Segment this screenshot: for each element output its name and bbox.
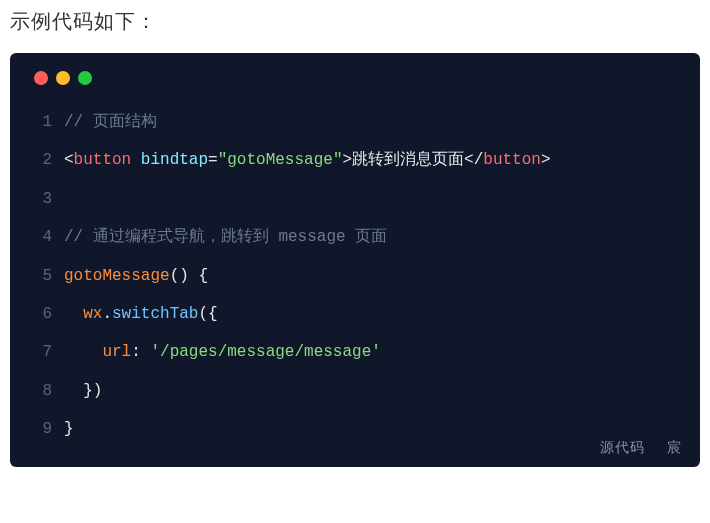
window-controls [10,53,700,95]
code-token: button [483,151,541,169]
code-token: url [102,343,131,361]
code-token: // 通过编程式导航，跳转到 message 页面 [64,228,387,246]
line-number: 8 [30,372,52,410]
line-content: // 页面结构 [64,103,157,141]
code-token [131,151,141,169]
code-content: 1// 页面结构2<button bindtap="gotoMessage">跳… [10,95,700,467]
line-content: }) [64,372,102,410]
code-token: "gotoMessage" [218,151,343,169]
code-token: > [541,151,551,169]
line-number: 4 [30,218,52,256]
line-number: 1 [30,103,52,141]
footer-author: 宸 [667,439,682,455]
code-token: = [208,151,218,169]
code-token [64,305,83,323]
code-block: 1// 页面结构2<button bindtap="gotoMessage">跳… [10,53,700,467]
minimize-icon [56,71,70,85]
code-token: } [64,420,74,438]
code-token: > [342,151,352,169]
code-line: 3 [30,180,680,218]
code-token: () { [170,267,208,285]
line-content: } [64,410,74,448]
code-token: '/pages/message/message' [150,343,380,361]
line-number: 9 [30,410,52,448]
line-number: 3 [30,180,52,218]
code-line: 8 }) [30,372,680,410]
code-token: bindtap [141,151,208,169]
code-token: </ [464,151,483,169]
code-token: wx [83,305,102,323]
line-content: wx.switchTab({ [64,295,218,333]
code-token: gotoMessage [64,267,170,285]
code-token: . [102,305,112,323]
close-icon [34,71,48,85]
maximize-icon [78,71,92,85]
code-line: 6 wx.switchTab({ [30,295,680,333]
code-token: button [74,151,132,169]
line-number: 2 [30,141,52,179]
line-content: <button bindtap="gotoMessage">跳转到消息页面</b… [64,141,551,179]
footer-text: 源代码 宸 [600,439,682,457]
code-token: : [131,343,150,361]
code-line: 1// 页面结构 [30,103,680,141]
code-line: 7 url: '/pages/message/message' [30,333,680,371]
code-token: 跳转到消息页面 [352,151,464,169]
code-token: < [64,151,74,169]
code-token [64,343,102,361]
code-token: // 页面结构 [64,113,157,131]
code-line: 2<button bindtap="gotoMessage">跳转到消息页面</… [30,141,680,179]
line-number: 7 [30,333,52,371]
code-token: }) [64,382,102,400]
line-content: url: '/pages/message/message' [64,333,381,371]
code-token: switchTab [112,305,198,323]
line-number: 5 [30,257,52,295]
line-content: gotoMessage() { [64,257,208,295]
code-line: 5gotoMessage() { [30,257,680,295]
line-number: 6 [30,295,52,333]
footer-source: 源代码 [600,439,645,455]
line-content: // 通过编程式导航，跳转到 message 页面 [64,218,387,256]
code-token: ({ [198,305,217,323]
heading: 示例代码如下： [10,8,700,35]
code-line: 4// 通过编程式导航，跳转到 message 页面 [30,218,680,256]
code-line: 9} [30,410,680,448]
